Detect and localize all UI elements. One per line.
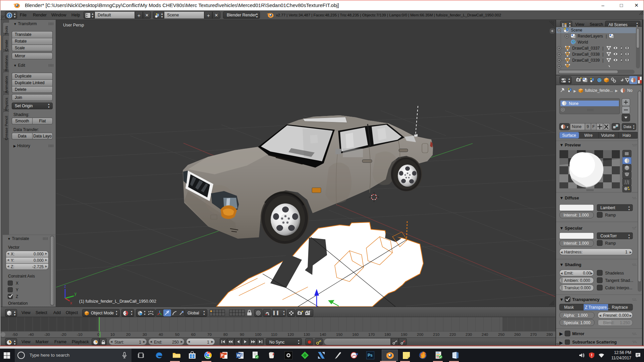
svg-text:Ambien: 0.000: Ambien: 0.000: [564, 278, 590, 283]
svg-text:▼: ▼: [633, 127, 635, 129]
svg-text:1: 1: [625, 250, 628, 254]
svg-text:Hardness:: Hardness:: [564, 250, 583, 254]
svg-text:Ramp: Ramp: [605, 241, 616, 246]
svg-text:W: W: [237, 353, 240, 357]
svg-text:DrawCall_0338: DrawCall_0338: [572, 52, 600, 57]
svg-text:▼ Preview: ▼ Preview: [559, 143, 581, 147]
svg-text:1.000: 1.000: [578, 313, 588, 318]
svg-text:Cubic Interpo...: Cubic Interpo...: [605, 286, 632, 290]
svg-text:F: F: [592, 124, 595, 129]
svg-text:Raytrace: Raytrace: [612, 305, 628, 310]
svg-text:CookTorr: CookTorr: [600, 234, 617, 238]
svg-text:▲: ▲: [628, 234, 630, 236]
svg-text:Transluc:0.000: Transluc:0.000: [564, 286, 591, 290]
svg-text:▶: ▶: [591, 272, 593, 275]
svg-text:None: None: [569, 101, 579, 106]
svg-text:No: No: [627, 88, 633, 93]
svg-text:None: None: [572, 124, 582, 129]
svg-text:▼ Diffuse: ▼ Diffuse: [559, 196, 579, 200]
svg-text:Scene: Scene: [571, 28, 582, 33]
svg-text:Mask: Mask: [564, 305, 574, 310]
svg-text:z: z: [64, 284, 66, 289]
svg-text:User Persp: User Persp: [63, 23, 84, 27]
svg-text:Data: Data: [624, 125, 632, 129]
svg-text:Mirror: Mirror: [572, 331, 584, 336]
svg-text:Shadeless: Shadeless: [605, 271, 624, 276]
svg-text:|: |: [606, 34, 607, 39]
svg-text:Specula: 1.000: Specula: 1.000: [564, 320, 590, 325]
svg-text:1.250: 1.250: [620, 320, 630, 325]
svg-text:DrawCall_0339: DrawCall_0339: [572, 58, 600, 63]
svg-text:x: x: [70, 301, 72, 305]
svg-text:Halo: Halo: [623, 133, 631, 138]
svg-text:Alpha:: Alpha:: [564, 313, 575, 318]
svg-text:▲: ▲: [628, 205, 630, 208]
svg-text:|: |: [602, 52, 603, 57]
svg-text:▶: ▶: [615, 89, 618, 93]
svg-text:DrawCall_0337: DrawCall_0337: [572, 46, 600, 51]
svg-text:◀: ◀: [560, 272, 563, 275]
svg-text:◀: ◀: [560, 251, 563, 254]
svg-text:▼: ▼: [628, 208, 630, 211]
svg-text:Z Transpare...: Z Transpare...: [585, 305, 610, 310]
svg-text:|: |: [602, 46, 603, 51]
svg-text:Volume: Volume: [601, 133, 614, 138]
svg-text:Lambert: Lambert: [600, 205, 615, 210]
svg-text:Fresnel: 0.000: Fresnel: 0.000: [603, 313, 629, 318]
svg-text:Transparency: Transparency: [572, 297, 599, 302]
svg-text:9: 9: [587, 124, 589, 129]
svg-text:Emit:: Emit:: [564, 271, 573, 276]
svg-text:RenderLayers: RenderLayers: [578, 34, 603, 39]
svg-text:Intensit: 1.000: Intensit: 1.000: [564, 213, 589, 218]
svg-text:◀: ◀: [599, 314, 601, 317]
svg-text:(1) fullsize_fender_L_DrawCall: (1) fullsize_fender_L_DrawCall_1950.002: [79, 299, 156, 304]
svg-text:World: World: [578, 40, 588, 45]
svg-text:Surface: Surface: [562, 133, 576, 138]
svg-text:▼ Specular: ▼ Specular: [559, 226, 583, 231]
svg-text:▼: ▼: [566, 126, 569, 129]
svg-text:▶: ▶: [630, 251, 632, 254]
svg-text:Tangent Shad...: Tangent Shad...: [605, 278, 633, 283]
svg-text:Wire: Wire: [584, 133, 593, 138]
svg-text:▼ Shading: ▼ Shading: [559, 262, 581, 267]
svg-text:▼: ▼: [559, 297, 564, 302]
svg-text:▼: ▼: [628, 237, 630, 239]
svg-text:fullsize_fende...: fullsize_fende...: [585, 88, 613, 93]
svg-text:▶: ▶: [574, 89, 576, 93]
svg-text:▶: ▶: [630, 314, 632, 317]
svg-text:y: y: [74, 291, 76, 296]
svg-text:Ramp: Ramp: [605, 213, 616, 218]
svg-text:▲: ▲: [633, 124, 635, 127]
svg-text:0.00: 0.00: [583, 271, 591, 276]
svg-text:i: i: [9, 13, 10, 17]
svg-text:▶: ▶: [559, 331, 563, 336]
svg-text:P: P: [221, 353, 223, 357]
svg-text:Intensit: 1.000: Intensit: 1.000: [564, 241, 589, 246]
svg-text:|: |: [602, 58, 603, 63]
svg-text:Blend:: Blend:: [603, 320, 614, 325]
